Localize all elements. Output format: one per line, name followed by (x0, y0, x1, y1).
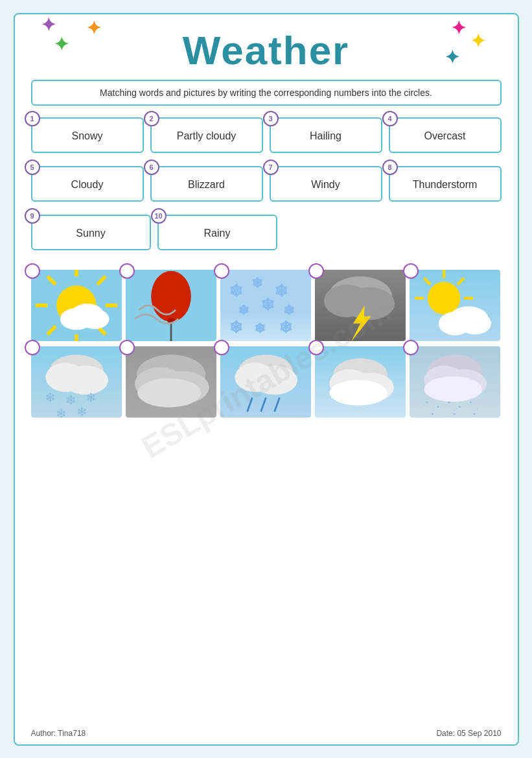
pic-circle-9 (308, 340, 324, 355)
pic-box-partly-cloudy (410, 270, 500, 341)
svg-text:•: • (469, 398, 472, 406)
sunny-icon (31, 270, 122, 341)
svg-text:❄: ❄ (86, 390, 97, 405)
svg-text:•: • (458, 403, 461, 410)
svg-text:•: • (426, 398, 428, 406)
pictures-section: ❄ ❄ ❄ ❄ ❄ ❄ ❄ ❄ ❄ (31, 270, 502, 418)
pic-windy (126, 270, 216, 341)
pic-box-rainy (220, 346, 311, 418)
word-item-10: 10 Rainy (157, 215, 277, 250)
pic-rainy (220, 346, 311, 418)
word-number-6: 6 (144, 160, 159, 175)
word-item-3: 3 Hailing (270, 117, 382, 153)
word-label-6: Blizzard (188, 179, 225, 191)
pic-circle-7 (119, 340, 135, 355)
page-title: Weather (31, 27, 502, 73)
instructions-box: Matching words and pictures by writing t… (31, 80, 502, 106)
svg-point-26 (343, 287, 394, 320)
snowy-cloudy-icon: ❄ ❄ ❄ ❄ ❄ (31, 346, 122, 418)
word-label-9: Sunny (76, 228, 105, 239)
word-number-3: 3 (263, 111, 279, 126)
pic-box-windy (126, 270, 216, 341)
pic-circle-8 (214, 340, 229, 355)
pic-box-snow: ❄ ❄ ❄ ❄ ❄ ❄ ❄ ❄ ❄ (220, 270, 311, 341)
svg-text:·: · (449, 411, 452, 418)
blizzard-icon: · · · · · · · · · • • (410, 346, 500, 418)
title-area: Weather (31, 27, 502, 73)
svg-line-55 (261, 398, 266, 411)
pic-circle-5 (403, 263, 419, 279)
pic-cloudy (315, 346, 406, 418)
svg-line-5 (47, 276, 56, 285)
page: ✦ ✦ ✦ ✦ ✦ ✦ Weather Matching words and p… (14, 13, 519, 746)
svg-text:❄: ❄ (255, 321, 266, 335)
pic-box-sunny (31, 270, 122, 341)
cloudy-icon (315, 346, 406, 418)
word-number-8: 8 (382, 160, 398, 175)
pic-circle-6 (25, 340, 40, 355)
svg-text:•: • (431, 410, 434, 418)
svg-text:❄: ❄ (76, 405, 87, 418)
svg-text:❄: ❄ (252, 276, 263, 290)
words-grid-row2: 5 Cloudy 6 Blizzard 7 Windy 8 Thundersto… (31, 166, 502, 202)
thunder-icon (315, 270, 406, 341)
words-grid-row3: 9 Sunny 10 Rainy (31, 215, 502, 250)
word-item-9: 9 Sunny (31, 215, 151, 250)
svg-text:❄: ❄ (284, 303, 295, 317)
svg-text:❄: ❄ (65, 393, 76, 407)
overcast-icon (126, 346, 216, 418)
svg-text:·: · (428, 411, 430, 418)
word-number-9: 9 (25, 208, 40, 224)
snow-icon: ❄ ❄ ❄ ❄ ❄ ❄ ❄ ❄ ❄ (220, 270, 311, 341)
svg-line-35 (457, 278, 464, 285)
word-label-10: Rainy (204, 228, 231, 239)
pic-box-blizzard: · · · · · · · · · • • (410, 346, 500, 418)
word-item-6: 6 Blizzard (150, 166, 263, 202)
footer-date: Date: 05 Sep 2010 (436, 729, 501, 738)
word-label-2: Partly cloudy (177, 130, 237, 142)
svg-text:•: • (453, 410, 456, 418)
svg-line-7 (97, 276, 106, 285)
word-label-4: Overcast (424, 130, 465, 142)
word-number-2: 2 (144, 111, 159, 126)
svg-text:❄: ❄ (279, 318, 293, 336)
svg-line-8 (47, 326, 56, 335)
word-number-1: 1 (25, 111, 40, 126)
svg-line-56 (275, 398, 279, 411)
pictures-row-2: ❄ ❄ ❄ ❄ ❄ (31, 346, 502, 418)
svg-point-38 (458, 313, 491, 335)
word-number-7: 7 (263, 160, 279, 175)
word-label-5: Cloudy (71, 179, 104, 191)
word-item-5: 5 Cloudy (31, 166, 144, 202)
pic-snowy-cloudy: ❄ ❄ ❄ ❄ ❄ (31, 346, 122, 418)
pic-box-thunder (315, 270, 406, 341)
footer: Author: Tina718 Date: 05 Sep 2010 (31, 729, 502, 738)
svg-point-11 (80, 309, 109, 329)
pic-box-cloudy (315, 346, 406, 418)
word-label-3: Hailing (310, 130, 341, 142)
rainy-icon (220, 346, 311, 418)
svg-point-50 (137, 378, 201, 407)
svg-text:❄: ❄ (275, 281, 288, 300)
svg-text:•: • (473, 410, 476, 418)
word-item-7: 7 Windy (270, 166, 382, 202)
word-number-4: 4 (382, 111, 398, 126)
word-item-2: 2 Partly cloudy (150, 117, 263, 153)
pic-box-overcast (126, 346, 216, 418)
pic-circle-3 (214, 263, 229, 279)
svg-text:❄: ❄ (229, 281, 243, 300)
word-label-8: Thunderstorm (413, 179, 478, 191)
word-item-1: 1 Snowy (31, 117, 144, 153)
svg-point-53 (252, 366, 297, 395)
pic-sunny (31, 270, 122, 341)
pic-box-snowy-cloudy: ❄ ❄ ❄ ❄ ❄ (31, 346, 122, 418)
svg-text:❄: ❄ (55, 407, 66, 418)
svg-point-60 (329, 380, 387, 405)
svg-text:❄: ❄ (261, 295, 275, 313)
footer-author: Author: Tina718 (31, 729, 86, 738)
partly-cloudy-icon (410, 270, 500, 341)
word-item-8: 8 Thunderstorm (389, 166, 502, 202)
windy-icon (126, 270, 216, 341)
pic-circle-4 (308, 263, 324, 279)
svg-line-54 (248, 398, 252, 411)
